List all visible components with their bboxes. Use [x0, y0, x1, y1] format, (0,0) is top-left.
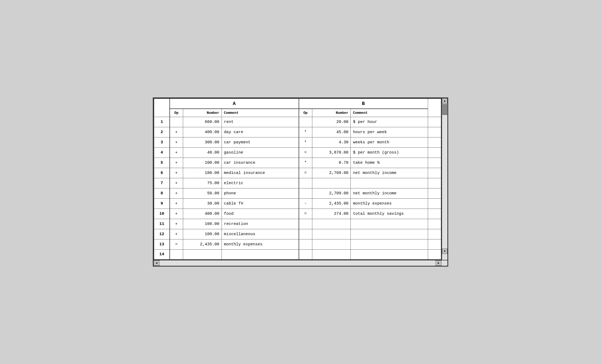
scroll-down-button[interactable]: ▼	[442, 249, 447, 254]
a-number-header: Number	[183, 109, 222, 117]
b-comment-cell: total monthly savings	[351, 209, 428, 219]
table-row: 14	[154, 249, 441, 260]
scroll-left-button[interactable]: ◄	[154, 260, 160, 266]
row-number: 10	[154, 209, 170, 219]
b-comment-cell	[351, 219, 428, 229]
a-number-cell: 2,435.00	[183, 239, 222, 249]
b-op-cell: *	[299, 127, 312, 137]
row-number: 2	[154, 127, 170, 137]
row-number: 11	[154, 219, 170, 229]
a-comment-cell: food	[222, 209, 299, 219]
a-comment-cell: recreation	[222, 219, 299, 229]
b-comment-cell	[351, 229, 428, 239]
a-op-cell: +	[170, 198, 183, 209]
b-op-cell	[299, 249, 312, 260]
b-comment-cell	[351, 178, 428, 188]
a-op-cell: =	[170, 239, 183, 249]
a-comment-cell: car payment	[222, 137, 299, 147]
b-number-cell	[312, 219, 351, 229]
b-op-cell: =	[299, 147, 312, 158]
scroll-thumb[interactable]	[442, 104, 447, 115]
b-op-cell	[299, 239, 312, 249]
table-row: 8+50.00phone2,709.00net monthly income	[154, 188, 441, 198]
b-comment-header: Comment	[351, 109, 428, 117]
table-row: 6+180.00medical insurance=2,709.00net mo…	[154, 168, 441, 178]
a-comment-cell: electric	[222, 178, 299, 188]
b-op-cell	[299, 229, 312, 239]
a-comment-cell: phone	[222, 188, 299, 198]
a-comment-cell: monthly expenses	[222, 239, 299, 249]
row-number: 12	[154, 229, 170, 239]
a-number-cell: 400.00	[183, 209, 222, 219]
extra-op-cell	[428, 117, 441, 127]
row-number: 13	[154, 239, 170, 249]
b-number-cell: 0.70	[312, 158, 351, 168]
a-op-cell: +	[170, 147, 183, 158]
b-number-cell: 2,709.00	[312, 168, 351, 178]
extra-op-cell	[428, 219, 441, 229]
table-row: 1660.00rent20.00$ per hour	[154, 117, 441, 127]
scroll-up-button[interactable]: ▲	[442, 98, 447, 104]
a-comment-cell: cable TV	[222, 198, 299, 209]
col-group-header-row: A B	[154, 99, 441, 109]
extra-op-cell	[428, 147, 441, 158]
a-op-cell: +	[170, 229, 183, 239]
scroll-track	[160, 260, 436, 266]
b-comment-cell: net monthly income	[351, 188, 428, 198]
a-number-cell: 75.00	[183, 178, 222, 188]
b-number-cell: 4.30	[312, 137, 351, 147]
a-comment-cell: rent	[222, 117, 299, 127]
table-row: 5+100.00car insurance*0.70take home %	[154, 158, 441, 168]
col-b-header: B	[299, 99, 428, 109]
sub-header-row: Op Number Comment Op Number Comment	[154, 109, 441, 117]
b-op-cell: =	[299, 209, 312, 219]
b-op-cell	[299, 219, 312, 229]
extra-op-cell	[428, 188, 441, 198]
a-op-cell	[170, 117, 183, 127]
b-number-cell: 20.00	[312, 117, 351, 127]
b-number-cell: 3,870.00	[312, 147, 351, 158]
table-row: 10+400.00food=274.00total monthly saving…	[154, 209, 441, 219]
a-number-cell: 30.00	[183, 198, 222, 209]
a-number-cell	[183, 249, 222, 260]
extra-op-header	[428, 99, 441, 117]
a-op-cell: +	[170, 127, 183, 137]
a-comment-cell: miscellaneous	[222, 229, 299, 239]
b-op-cell: *	[299, 158, 312, 168]
b-op-header: Op	[299, 109, 312, 117]
a-comment-cell: medical insurance	[222, 168, 299, 178]
b-comment-cell: $ per hour	[351, 117, 428, 127]
a-number-cell: 660.00	[183, 117, 222, 127]
b-op-cell	[299, 117, 312, 127]
b-number-cell	[312, 249, 351, 260]
b-number-cell	[312, 178, 351, 188]
b-number-cell: 45.00	[312, 127, 351, 137]
a-op-cell: +	[170, 137, 183, 147]
extra-op-cell	[428, 229, 441, 239]
bottom-scrollbar[interactable]: ◄ ►	[154, 260, 447, 266]
a-number-cell: 50.00	[183, 188, 222, 198]
a-op-cell: +	[170, 188, 183, 198]
row-num-header	[154, 99, 170, 117]
scroll-right-button[interactable]: ►	[436, 260, 441, 266]
b-number-header: Number	[312, 109, 351, 117]
right-scrollbar[interactable]: ▲ ▼	[441, 98, 447, 260]
b-comment-cell: hours per week	[351, 127, 428, 137]
b-number-cell: 274.00	[312, 209, 351, 219]
a-number-cell: 400.00	[183, 127, 222, 137]
extra-op-cell	[428, 158, 441, 168]
b-comment-cell: net monthly income	[351, 168, 428, 178]
table-row: 9+30.00cable TV-2,435.00monthly expenses	[154, 198, 441, 209]
b-comment-cell: weeks per month	[351, 137, 428, 147]
b-comment-cell: monthly expenses	[351, 198, 428, 209]
a-number-cell: 100.00	[183, 229, 222, 239]
b-comment-cell: $ per month (gross)	[351, 147, 428, 158]
extra-op-cell	[428, 178, 441, 188]
row-number: 3	[154, 137, 170, 147]
a-number-cell: 300.00	[183, 137, 222, 147]
a-comment-cell: gasoline	[222, 147, 299, 158]
a-op-cell: +	[170, 219, 183, 229]
b-comment-cell	[351, 249, 428, 260]
row-number: 7	[154, 178, 170, 188]
extra-op-cell	[428, 137, 441, 147]
